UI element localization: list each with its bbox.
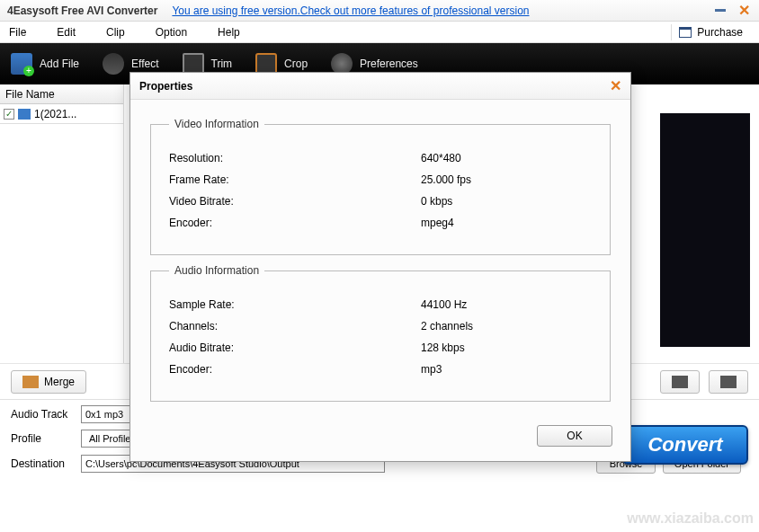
file-name: 1(2021... <box>34 108 76 120</box>
menu-edit[interactable]: Edit <box>57 26 76 39</box>
resolution-label: Resolution: <box>169 152 421 164</box>
ok-button[interactable]: OK <box>537 425 612 447</box>
audio-info-legend: Audio Information <box>169 264 264 277</box>
purchase-button[interactable]: Purchase <box>671 24 750 40</box>
audio-info-group: Audio Information Sample Rate:44100 Hz C… <box>150 264 611 402</box>
minimize-icon <box>715 9 726 12</box>
cart-icon <box>679 27 692 38</box>
layout-icon <box>672 376 688 388</box>
merge-button[interactable]: Merge <box>11 370 86 394</box>
properties-dialog: Properties ✕ Video Information Resolutio… <box>129 72 631 462</box>
audio-encoder-label: Encoder: <box>169 363 421 376</box>
dialog-titlebar[interactable]: Properties ✕ <box>130 73 630 100</box>
close-button[interactable]: ✕ <box>736 3 752 19</box>
video-encoder-value: mpeg4 <box>421 217 454 229</box>
video-preview <box>660 113 750 347</box>
purchase-label: Purchase <box>697 26 743 39</box>
file-checkbox[interactable]: ✓ <box>4 109 14 120</box>
samplerate-label: Sample Rate: <box>169 298 421 311</box>
menu-help[interactable]: Help <box>218 26 240 39</box>
profile-label: Profile <box>11 432 74 445</box>
promo-link[interactable]: You are using free version.Check out mor… <box>172 4 529 17</box>
audio-track-label: Audio Track <box>11 408 74 421</box>
effect-icon <box>103 53 124 75</box>
destination-label: Destination <box>11 457 74 470</box>
menu-file[interactable]: File <box>9 26 26 39</box>
file-row[interactable]: ✓ 1(2021... <box>0 104 123 124</box>
framerate-value: 25.000 fps <box>421 173 471 186</box>
camera-icon <box>720 376 737 388</box>
video-bitrate-label: Video Bitrate: <box>169 195 421 208</box>
app-title: 4Easysoft Free AVI Converter <box>7 4 157 17</box>
watermark: www.xiazaiba.com <box>627 510 754 527</box>
file-list-panel: File Name ✓ 1(2021... <box>0 84 124 363</box>
menu-option[interactable]: Option <box>156 26 187 39</box>
merge-icon <box>22 376 39 388</box>
menu-bar: File Edit Clip Option Help Purchase <box>0 22 759 43</box>
video-info-group: Video Information Resolution:640*480 Fra… <box>150 118 611 255</box>
menu-clip[interactable]: Clip <box>106 26 125 39</box>
layout-button-1[interactable] <box>660 370 700 394</box>
snapshot-button[interactable] <box>709 370 748 394</box>
video-bitrate-value: 0 kbps <box>421 195 452 208</box>
file-type-icon <box>18 109 31 120</box>
samplerate-value: 44100 Hz <box>421 298 467 311</box>
video-info-legend: Video Information <box>169 118 264 130</box>
convert-button[interactable]: Convert <box>622 425 748 465</box>
dialog-close-button[interactable]: ✕ <box>610 77 621 94</box>
channels-value: 2 channels <box>421 320 473 332</box>
add-file-icon <box>11 53 32 75</box>
audio-bitrate-label: Audio Bitrate: <box>169 341 421 354</box>
title-bar: 4Easysoft Free AVI Converter You are usi… <box>0 0 759 22</box>
audio-bitrate-value: 128 kbps <box>421 341 465 354</box>
dialog-title: Properties <box>139 80 192 93</box>
close-icon: ✕ <box>738 2 750 19</box>
framerate-label: Frame Rate: <box>169 173 421 186</box>
file-list-header[interactable]: File Name <box>0 84 123 104</box>
audio-encoder-value: mp3 <box>421 363 442 376</box>
channels-label: Channels: <box>169 320 421 332</box>
resolution-value: 640*480 <box>421 152 461 164</box>
minimize-button[interactable] <box>712 3 728 19</box>
add-file-button[interactable]: Add File <box>11 53 79 75</box>
video-encoder-label: Encoder: <box>169 217 421 229</box>
